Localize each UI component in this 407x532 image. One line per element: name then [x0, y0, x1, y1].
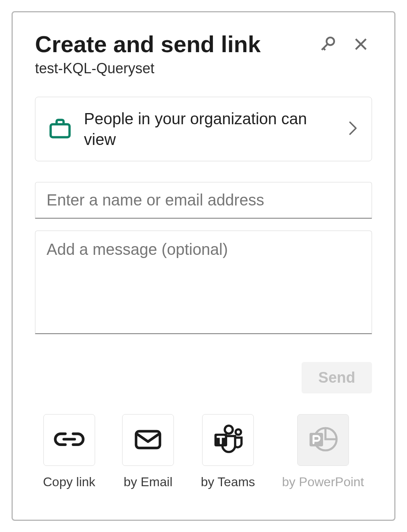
close-icon: [352, 35, 370, 53]
link-settings-button[interactable]: [319, 35, 336, 53]
recipient-input[interactable]: [35, 182, 372, 219]
share-email-option[interactable]: by Email: [122, 414, 174, 489]
svg-rect-12: [310, 433, 323, 446]
send-button[interactable]: Send: [302, 362, 372, 393]
share-dialog: Create and send link test-KQL-Queryset: [12, 11, 395, 521]
close-button[interactable]: [352, 35, 370, 53]
message-input[interactable]: [35, 231, 372, 334]
briefcase-icon: [48, 117, 72, 141]
link-icon: [54, 430, 85, 450]
dialog-header: Create and send link: [35, 31, 372, 57]
teams-label: by Teams: [201, 475, 255, 489]
copy-link-option[interactable]: Copy link: [43, 414, 95, 489]
svg-rect-7: [136, 431, 160, 448]
share-options: Copy link by Email: [35, 414, 372, 489]
key-icon: [319, 35, 336, 53]
svg-point-8: [225, 426, 233, 434]
svg-rect-5: [51, 124, 70, 137]
header-icons: [319, 31, 372, 53]
svg-point-0: [327, 37, 334, 45]
powerpoint-label: by PowerPoint: [282, 475, 364, 489]
powerpoint-icon-box: [297, 414, 349, 466]
svg-line-2: [323, 48, 325, 50]
svg-point-9: [236, 429, 241, 435]
permission-selector[interactable]: People in your organization can view: [35, 97, 372, 161]
share-powerpoint-option[interactable]: by PowerPoint: [282, 414, 364, 489]
powerpoint-icon: [307, 425, 339, 455]
teams-icon: [211, 424, 245, 456]
permission-label: People in your organization can view: [84, 108, 336, 150]
send-row: Send: [35, 362, 372, 393]
email-label: by Email: [124, 475, 173, 489]
dialog-subtitle: test-KQL-Queryset: [35, 60, 372, 77]
dialog-title: Create and send link: [35, 31, 261, 57]
copy-link-label: Copy link: [43, 475, 95, 489]
teams-icon-box: [202, 414, 254, 466]
share-teams-option[interactable]: by Teams: [201, 414, 255, 489]
email-icon-box: [122, 414, 174, 466]
email-icon: [134, 428, 162, 452]
chevron-right-icon: [348, 120, 359, 138]
copy-link-icon-box: [43, 414, 95, 466]
